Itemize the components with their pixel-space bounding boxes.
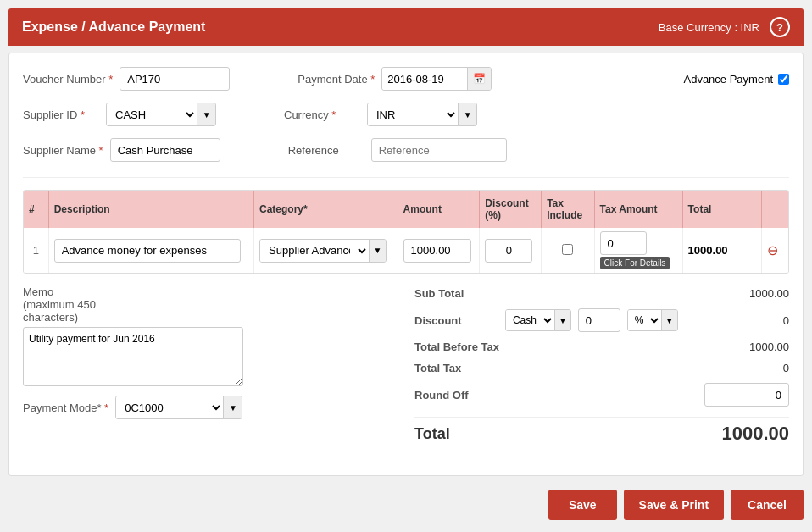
supplier-name-group: Supplier Name (23, 138, 220, 162)
payment-date-label: Payment Date (298, 73, 375, 86)
col-num: # (24, 191, 48, 228)
supplier-id-group: Supplier ID CASH ▼ (23, 103, 216, 126)
table-header-row: # Description Category* Amount Discount … (24, 191, 788, 228)
col-tax-amount: Tax Amount (594, 191, 682, 228)
discount-pct-dropdown-icon[interactable]: ▼ (661, 310, 677, 330)
round-off-input[interactable] (704, 383, 789, 407)
total-tax-row: Total Tax 0 (414, 360, 789, 376)
table-row: 1 Supplier Advances ▼ (24, 228, 788, 273)
row-tax-include-checkbox[interactable] (562, 244, 573, 255)
total-before-tax-row: Total Before Tax 1000.00 (414, 339, 789, 355)
save-button[interactable]: Save (548, 490, 617, 520)
row-tax-amount-cell: Click For Details (594, 228, 682, 273)
col-category: Category* (254, 191, 398, 228)
footer-buttons: Save Save & Print Cancel (8, 483, 804, 524)
col-description: Description (48, 191, 253, 228)
col-total: Total (682, 191, 762, 228)
discount-pct-wrapper: % ▼ (627, 309, 678, 331)
payment-mode-select[interactable]: 0C1000 (116, 396, 223, 418)
discount-type-select[interactable]: Cash (506, 310, 554, 330)
total-final-row: Total 1000.00 (414, 417, 789, 445)
row-amount-cell (398, 228, 480, 273)
supplier-name-input[interactable] (110, 138, 220, 162)
col-discount: Discount (%) (480, 191, 542, 228)
currency-select-wrapper: INR ▼ (367, 103, 477, 126)
line-items-table-section: # Description Category* Amount Discount … (23, 190, 789, 274)
col-amount: Amount (398, 191, 480, 228)
reference-group: Reference (288, 138, 507, 162)
form-row-3: Supplier Name Reference (23, 138, 789, 162)
col-action (762, 191, 788, 228)
row-num: 1 (24, 228, 48, 273)
bottom-section: Memo (maximum 450 characters) Utility pa… (23, 285, 789, 445)
payment-mode-select-wrapper: 0C1000 ▼ (115, 396, 242, 419)
advance-payment-group: Advance Payment (683, 73, 789, 86)
row-remove-cell: ⊖ (762, 228, 788, 273)
col-tax-include: Tax Include (542, 191, 594, 228)
payment-date-group: Payment Date 📅 (298, 67, 492, 91)
currency-dropdown-icon[interactable]: ▼ (458, 103, 476, 125)
total-tax-value: 0 (721, 362, 789, 374)
supplier-id-dropdown-icon[interactable]: ▼ (197, 103, 215, 125)
discount-label: Discount (414, 314, 462, 327)
round-off-label: Round Off (414, 389, 469, 402)
base-currency-label: Base Currency : INR (659, 21, 759, 34)
discount-type-dropdown-icon[interactable]: ▼ (554, 310, 570, 330)
total-final-label: Total (414, 425, 450, 443)
calendar-icon[interactable]: 📅 (467, 68, 491, 90)
row-category-select-wrapper: Supplier Advances ▼ (259, 239, 387, 263)
advance-payment-label: Advance Payment (683, 73, 773, 86)
help-button[interactable]: ? (770, 17, 790, 37)
row-category-select[interactable]: Supplier Advances (260, 240, 369, 262)
total-tax-label: Total Tax (414, 362, 461, 374)
click-for-details[interactable]: Click For Details (600, 257, 670, 269)
supplier-name-label: Supplier Name (23, 144, 103, 157)
row-description-input[interactable] (54, 239, 241, 263)
line-items-table: # Description Category* Amount Discount … (24, 191, 788, 273)
discount-value: 0 (721, 314, 789, 327)
row-amount-input[interactable] (403, 239, 471, 263)
discount-type-wrapper: Cash ▼ (505, 309, 571, 331)
payment-date-wrapper: 📅 (381, 67, 492, 91)
row-category-cell: Supplier Advances ▼ (254, 228, 398, 273)
memo-label: Memo (maximum 450 characters) (23, 285, 398, 324)
form-panel: Voucher Number Payment Date 📅 Advance Pa… (8, 53, 804, 476)
voucher-number-input[interactable] (120, 67, 230, 91)
payment-mode-dropdown-icon[interactable]: ▼ (223, 396, 242, 418)
payment-mode-label: Payment Mode* (23, 402, 108, 414)
currency-label: Currency (284, 108, 360, 121)
currency-select[interactable]: INR (368, 103, 458, 125)
payment-date-input[interactable] (382, 68, 467, 90)
row-discount-input[interactable] (485, 239, 532, 263)
total-final-value: 1000.00 (721, 423, 789, 445)
form-row-2: Supplier ID CASH ▼ Currency INR ▼ (23, 103, 789, 126)
supplier-id-label: Supplier ID (23, 108, 99, 121)
category-dropdown-icon[interactable]: ▼ (369, 240, 386, 262)
memo-section: Memo (maximum 450 characters) Utility pa… (23, 285, 398, 445)
page-title: Expense / Advance Payment (22, 19, 205, 35)
voucher-number-group: Voucher Number (23, 67, 230, 91)
currency-group: Currency INR ▼ (284, 103, 477, 126)
total-before-tax-value: 1000.00 (721, 341, 789, 353)
payment-mode-row: Payment Mode* 0C1000 ▼ (23, 396, 398, 419)
page-header: Expense / Advance Payment Base Currency … (8, 8, 804, 46)
discount-controls: Cash ▼ % ▼ (505, 308, 678, 332)
row-description-cell (48, 228, 253, 273)
sub-total-row: Sub Total 1000.00 (414, 285, 789, 302)
supplier-id-select-wrapper: CASH ▼ (106, 103, 216, 126)
save-print-button[interactable]: Save & Print (624, 490, 724, 520)
discount-pct-select[interactable]: % (628, 310, 661, 330)
advance-payment-checkbox[interactable] (778, 74, 789, 85)
row-total-cell: 1000.00 (682, 228, 762, 273)
discount-amount-input[interactable] (578, 308, 620, 332)
row-tax-amount-input[interactable] (600, 231, 647, 255)
reference-input[interactable] (371, 138, 507, 162)
round-off-row: Round Off (414, 381, 789, 408)
reference-label: Reference (288, 144, 364, 157)
cancel-button[interactable]: Cancel (731, 490, 804, 520)
memo-textarea[interactable]: Utility payment for Jun 2016 (23, 327, 243, 386)
totals-section: Sub Total 1000.00 Discount Cash ▼ (414, 285, 789, 445)
supplier-id-select[interactable]: CASH (107, 103, 197, 125)
row-total-value: 1000.00 (688, 244, 728, 257)
remove-row-button[interactable]: ⊖ (767, 242, 778, 258)
